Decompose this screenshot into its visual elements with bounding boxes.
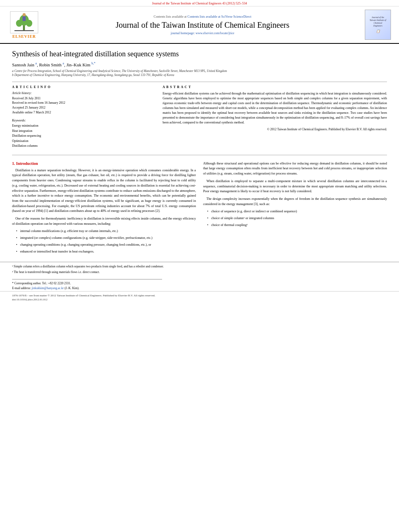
svg-point-4: [26, 20, 32, 27]
accepted-date: Accepted 25 January 2012: [12, 105, 154, 110]
revised-date: Received in revised form 16 January 2012: [12, 101, 154, 105]
journal-homepage: journal homepage: www.elsevier.com/locat…: [44, 31, 361, 35]
svg-rect-6: [23, 16, 26, 21]
svg-point-5: [23, 13, 26, 16]
bullets-2: choice of sequence (e.g. direct or indir…: [207, 209, 387, 228]
right-column: Although these structural and operationa…: [203, 161, 387, 256]
footnote-1: ¹ Simple column refers a distillation co…: [12, 265, 387, 269]
info-columns: A R T I C L E I N F O Article history: R…: [12, 85, 387, 149]
bullet-2-2: choice of simple column¹ or integrated c…: [207, 216, 387, 221]
footnote-area: ¹ Simple column refers a distillation co…: [0, 262, 399, 277]
paper-content: Synthesis of heat-integrated distillatio…: [0, 44, 399, 153]
section-divider: [12, 155, 387, 155]
article-history-head: Article history:: [12, 91, 154, 95]
introduction-title: 1. Introduction: [12, 161, 196, 166]
abstract-text: Energy-efficient distillation systems ca…: [162, 91, 387, 125]
intro-para-2: One of the reasons for thermodynamic ine…: [12, 216, 196, 226]
bullets-1: internal column modifications (e.g. effi…: [16, 229, 196, 254]
affiliations: a Centre for Process Integration, School…: [12, 69, 387, 78]
sciverse-link[interactable]: Contents lists available at SciVerse Sci…: [187, 15, 251, 18]
footnote-2: ² The heat is transferred through using …: [12, 270, 387, 275]
paper-title: Synthesis of heat-integrated distillatio…: [12, 50, 387, 58]
keyword-4: Optimisation: [12, 139, 154, 144]
journal-thumbnail: Journal of theTaiwan Institute ofChemica…: [365, 10, 391, 40]
bullet-1-1: internal column modifications (e.g. effi…: [16, 229, 196, 234]
received-date: Received 26 July 2011: [12, 96, 154, 101]
left-column: 1. Introduction Distillation is a mature…: [12, 161, 196, 256]
intro-body: Distillation is a mature separation tech…: [12, 168, 196, 255]
bullet-1-3: changing operating conditions (e.g. chan…: [16, 242, 196, 248]
affiliation-a: a Centre for Process Integration, School…: [12, 69, 387, 74]
journal-title-block: Contents lists available at Contents lis…: [44, 15, 361, 35]
right-para-3: Although these structural and operationa…: [203, 161, 387, 177]
right-para-5: The design complexity increases exponent…: [203, 197, 387, 207]
bullet-1-2: integrated (or complex) column configura…: [16, 236, 196, 241]
svg-rect-7: [14, 30, 34, 31]
copyright-line: © 2012 Taiwan Institute of Chemical Engi…: [162, 127, 387, 131]
online-date: Available online 7 March 2012: [12, 110, 154, 115]
article-info-column: A R T I C L E I N F O Article history: R…: [12, 85, 154, 149]
main-body: 1. Introduction Distillation is a mature…: [0, 157, 399, 262]
keyword-3: Distillation sequencing: [12, 134, 154, 138]
authors-line: Santosh Jain a, Robin Smith a, Jin–Kuk K…: [12, 62, 387, 67]
journal-full-title: Journal of the Taiwan Institute of Chemi…: [44, 20, 361, 30]
journal-citation: Journal of the Taiwan Institute of Chemi…: [152, 2, 247, 5]
affiliation-b: b Department of Chemical Engineering, Ha…: [12, 73, 387, 78]
journal-header: ELSEVIER Contents lists available at Con…: [0, 6, 399, 44]
abstract-head: A B S T R A C T: [162, 85, 387, 89]
issn-line: 1876-1070/$ – see front matter © 2012 Ta…: [12, 294, 387, 298]
right-para-4: When distillation is employed to separat…: [203, 179, 387, 194]
svg-point-3: [16, 20, 22, 27]
divider-line: [12, 82, 387, 82]
elsevier-brand: ELSEVIER: [12, 34, 36, 39]
corr-author-tel: * Corresponding author. Tel.: +82 02 222…: [12, 281, 387, 286]
corresponding-author-section: * Corresponding author. Tel.: +82 02 222…: [0, 277, 399, 291]
bottom-bar: 1876-1070/$ – see front matter © 2012 Ta…: [0, 291, 399, 304]
bullet-1-4: enhanced or intensified heat transfer in…: [16, 249, 196, 255]
contents-available: Contents lists available at Contents lis…: [44, 15, 361, 18]
keyword-1: Energy minimisation: [12, 123, 154, 128]
keyword-5: Distillation columns: [12, 144, 154, 148]
doi-line: doi:10.1016/j.jtice.2012.01.012: [12, 298, 387, 302]
keywords-head: Keywords:: [12, 119, 154, 122]
elsevier-logo-image: [10, 11, 38, 33]
top-bar: Journal of the Taiwan Institute of Chemi…: [0, 0, 399, 6]
article-info-head: A R T I C L E I N F O: [12, 85, 154, 89]
bullet-2-3: choice of thermal coupling²: [207, 223, 387, 228]
elsevier-logo: ELSEVIER: [8, 11, 40, 39]
bullet-2-1: choice of sequence (e.g. direct or indir…: [207, 209, 387, 214]
intro-para-1: Distillation is a mature separation tech…: [12, 168, 196, 214]
corr-divider: [12, 279, 162, 279]
abstract-column: A B S T R A C T Energy-efficient distill…: [162, 85, 387, 149]
right-body: Although these structural and operationa…: [203, 161, 387, 228]
corr-author-email: E-mail address: jinkukkim@hanyang.ac.kr …: [12, 286, 387, 290]
keyword-2: Heat integration: [12, 129, 154, 134]
